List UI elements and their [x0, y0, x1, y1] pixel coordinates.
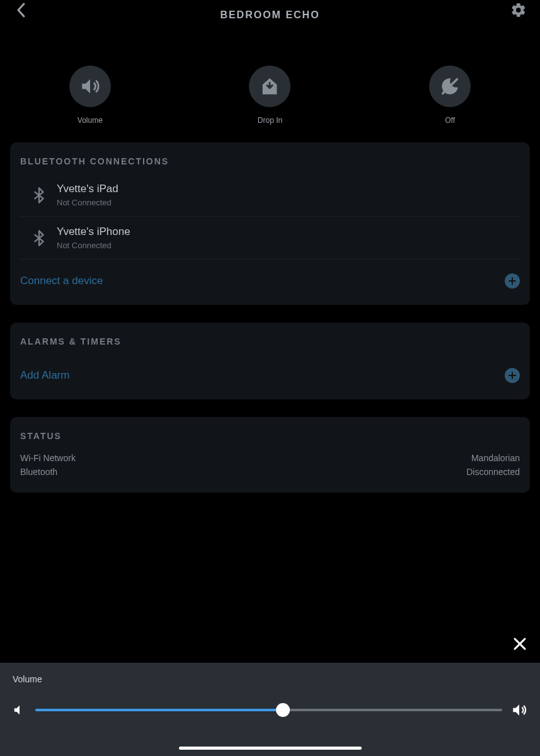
close-volume-panel-button[interactable]	[511, 635, 529, 653]
volume-slider-thumb[interactable]	[276, 703, 290, 717]
circle-bg	[249, 66, 290, 107]
gear-icon	[510, 2, 527, 18]
dnd-quick-action[interactable]: Off	[387, 66, 513, 125]
bluetooth-device-row[interactable]: Yvette's iPhone Not Connected	[20, 217, 520, 260]
dnd-quick-label: Off	[445, 116, 455, 125]
plus-icon	[505, 273, 520, 289]
drop-in-icon	[259, 76, 280, 97]
volume-slider-fill	[35, 709, 283, 711]
do-not-disturb-icon	[439, 76, 461, 97]
status-card: STATUS Wi-Fi Network Mandalorian Bluetoo…	[10, 417, 530, 493]
status-section-title: STATUS	[10, 417, 530, 449]
chevron-left-icon	[16, 2, 27, 18]
plus-icon	[505, 368, 520, 383]
page-title: BEDROOM ECHO	[220, 9, 319, 21]
status-value: Mandalorian	[471, 453, 520, 463]
bluetooth-device-status: Not Connected	[57, 241, 130, 250]
status-value: Disconnected	[466, 467, 520, 477]
bluetooth-section-title: BLUETOOTH CONNECTIONS	[10, 142, 530, 174]
bluetooth-icon	[34, 230, 44, 246]
status-label: Wi-Fi Network	[20, 453, 76, 463]
circle-bg	[69, 66, 111, 107]
bluetooth-card: BLUETOOTH CONNECTIONS Yvette's iPad Not …	[10, 142, 530, 305]
status-row-wifi: Wi-Fi Network Mandalorian	[20, 451, 520, 465]
volume-icon	[79, 76, 101, 97]
alarms-card: ALARMS & TIMERS Add Alarm	[10, 323, 530, 399]
circle-bg	[429, 66, 471, 107]
add-alarm-label: Add Alarm	[20, 369, 69, 382]
connect-device-button[interactable]: Connect a device	[10, 260, 530, 305]
settings-button[interactable]	[510, 1, 527, 19]
volume-panel: Volume	[0, 663, 540, 756]
volume-slider[interactable]	[35, 709, 502, 711]
volume-quick-action[interactable]: Volume	[27, 66, 153, 125]
add-alarm-button[interactable]: Add Alarm	[10, 354, 530, 399]
dropin-quick-action[interactable]: Drop In	[207, 66, 333, 125]
volume-panel-title: Volume	[13, 674, 527, 684]
status-row-bluetooth: Bluetooth Disconnected	[20, 465, 520, 479]
home-indicator[interactable]	[179, 747, 362, 750]
volume-high-icon	[511, 702, 527, 718]
back-button[interactable]	[13, 1, 30, 19]
volume-low-icon	[13, 703, 26, 717]
bluetooth-device-name: Yvette's iPad	[57, 183, 118, 195]
bluetooth-device-name: Yvette's iPhone	[57, 226, 130, 238]
close-icon	[513, 637, 527, 651]
bluetooth-device-status: Not Connected	[57, 198, 118, 207]
alarms-section-title: ALARMS & TIMERS	[10, 323, 530, 354]
volume-quick-label: Volume	[78, 116, 103, 125]
dropin-quick-label: Drop In	[258, 116, 282, 125]
bluetooth-icon	[34, 187, 44, 203]
connect-device-label: Connect a device	[20, 275, 103, 287]
status-label: Bluetooth	[20, 467, 57, 477]
bluetooth-device-row[interactable]: Yvette's iPad Not Connected	[20, 174, 520, 217]
